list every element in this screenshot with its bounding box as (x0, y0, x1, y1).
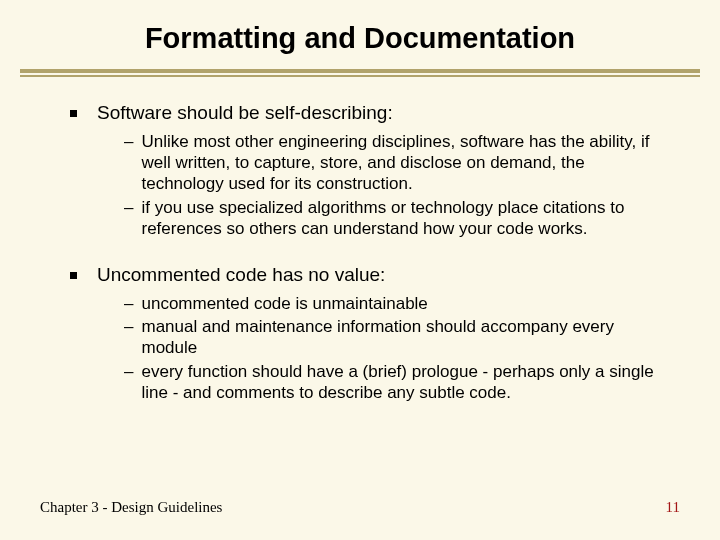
footer: Chapter 3 - Design Guidelines 11 (40, 499, 680, 516)
bullet-icon (70, 272, 77, 279)
divider-thick (20, 69, 700, 73)
page-number: 11 (666, 499, 680, 516)
sub-list: – Unlike most other engineering discipli… (70, 131, 680, 239)
sub-item: – Unlike most other engineering discipli… (124, 131, 670, 195)
bullet-text: Software should be self-describing: (97, 101, 393, 125)
bullet-item: Uncommented code has no value: (70, 263, 680, 287)
sub-text: if you use specialized algorithms or tec… (141, 197, 670, 240)
dash-icon: – (124, 131, 133, 152)
sub-text: every function should have a (brief) pro… (141, 361, 670, 404)
sub-item: – manual and maintenance information sho… (124, 316, 670, 359)
bullet-item: Software should be self-describing: (70, 101, 680, 125)
content-area: Software should be self-describing: – Un… (0, 77, 720, 403)
sub-item: – every function should have a (brief) p… (124, 361, 670, 404)
dash-icon: – (124, 361, 133, 382)
bullet-icon (70, 110, 77, 117)
bullet-text: Uncommented code has no value: (97, 263, 385, 287)
sub-text: Unlike most other engineering discipline… (141, 131, 670, 195)
dash-icon: – (124, 197, 133, 218)
slide-title: Formatting and Documentation (0, 0, 720, 65)
footer-chapter: Chapter 3 - Design Guidelines (40, 499, 222, 516)
dash-icon: – (124, 293, 133, 314)
sub-text: manual and maintenance information shoul… (141, 316, 670, 359)
sub-item: – if you use specialized algorithms or t… (124, 197, 670, 240)
sub-text: uncommented code is unmaintainable (141, 293, 427, 314)
dash-icon: – (124, 316, 133, 337)
slide: Formatting and Documentation Software sh… (0, 0, 720, 540)
sub-item: – uncommented code is unmaintainable (124, 293, 670, 314)
sub-list: – uncommented code is unmaintainable – m… (70, 293, 680, 403)
